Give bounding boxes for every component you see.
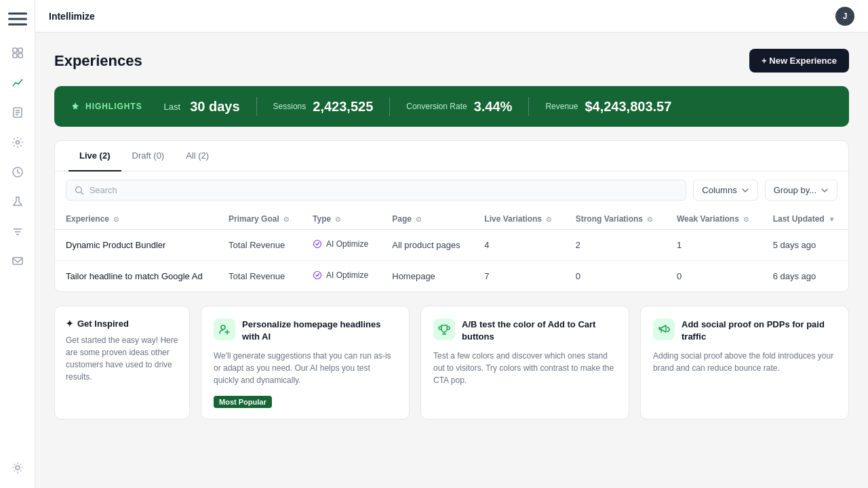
cell-type-0: AI Optimize bbox=[302, 230, 381, 261]
col-primary-goal[interactable]: Primary Goal ⊙ bbox=[218, 209, 302, 230]
card-title-2: Add social proof on PDPs for paid traffi… bbox=[682, 319, 836, 343]
highlights-conversion: Conversion Rate 3.44% bbox=[406, 99, 512, 115]
cell-experience-0: Dynamic Product Bundler bbox=[55, 230, 218, 261]
highlights-period: Last 30 days bbox=[164, 99, 240, 115]
columns-label: Columns bbox=[702, 185, 736, 195]
tab-draft[interactable]: Draft (0) bbox=[121, 141, 176, 171]
svg-line-20 bbox=[81, 192, 83, 194]
highlights-banner: HIGHLIGHTS Last 30 days Sessions 2,423,5… bbox=[54, 86, 849, 127]
svg-point-11 bbox=[16, 141, 19, 144]
inspiration-card-2[interactable]: Add social proof on PDPs for paid traffi… bbox=[640, 306, 849, 420]
col-last-updated[interactable]: Last Updated ▼ bbox=[762, 209, 848, 230]
svg-rect-3 bbox=[13, 48, 17, 52]
col-type[interactable]: Type ⊙ bbox=[302, 209, 381, 230]
chevron-down-icon bbox=[741, 186, 749, 195]
divider-1 bbox=[256, 97, 257, 116]
cell-goal-0: Total Revenue bbox=[218, 230, 302, 261]
sidebar-item-filters[interactable] bbox=[5, 220, 30, 244]
new-experience-button[interactable]: + New Experience bbox=[749, 49, 849, 73]
table-row[interactable]: Dynamic Product Bundler Total Revenue AI… bbox=[55, 230, 848, 261]
cell-live-0: 4 bbox=[473, 230, 564, 261]
personalize-icon bbox=[214, 319, 235, 340]
card-title-1: A/B test the color of Add to Cart button… bbox=[462, 319, 616, 343]
tabs: Live (2) Draft (0) All (2) bbox=[55, 141, 848, 171]
topbar: Intellimize J bbox=[35, 0, 868, 33]
cell-page-1: Homepage bbox=[381, 261, 473, 292]
group-by-button[interactable]: Group by... bbox=[765, 180, 837, 201]
inspired-description: Get started the easy way! Here are some … bbox=[66, 334, 178, 383]
inspiration-card-1[interactable]: A/B test the color of Add to Cart button… bbox=[420, 306, 629, 420]
col-strong-variations[interactable]: Strong Variations ⊙ bbox=[565, 209, 666, 230]
sidebar-item-experiments[interactable] bbox=[5, 190, 30, 214]
sidebar bbox=[0, 0, 35, 488]
highlights-sessions: Sessions 2,423,525 bbox=[273, 99, 374, 115]
svg-point-23 bbox=[221, 325, 225, 329]
cell-strong-1: 0 bbox=[565, 261, 666, 292]
col-live-variations[interactable]: Live Variations ⊙ bbox=[473, 209, 564, 230]
cell-weak-1: 0 bbox=[666, 261, 762, 292]
col-experience[interactable]: Experience ⊙ bbox=[55, 209, 218, 230]
card-desc-1: Test a few colors and discover which one… bbox=[433, 350, 616, 386]
experiences-table-card: Live (2) Draft (0) All (2) Columns Group… bbox=[54, 140, 849, 292]
cell-page-0: All product pages bbox=[381, 230, 473, 261]
sidebar-item-dashboard[interactable] bbox=[5, 41, 30, 65]
table-row[interactable]: Tailor headline to match Google Ad Total… bbox=[55, 261, 848, 292]
main-content: Experiences + New Experience HIGHLIGHTS … bbox=[35, 33, 868, 488]
highlights-revenue: Revenue $4,243,803.57 bbox=[545, 99, 671, 115]
divider-2 bbox=[389, 97, 390, 116]
sidebar-item-reports[interactable] bbox=[5, 100, 30, 125]
cell-weak-0: 1 bbox=[666, 230, 762, 261]
table-controls: Columns Group by... bbox=[55, 171, 848, 209]
experiences-table: Experience ⊙ Primary Goal ⊙ Type ⊙ Page … bbox=[55, 209, 848, 291]
highlights-text: HIGHLIGHTS bbox=[85, 102, 142, 111]
inspiration-card-0[interactable]: Personalize homepage headlines with AI W… bbox=[201, 306, 410, 420]
cell-updated-1: 6 days ago bbox=[762, 261, 848, 292]
columns-button[interactable]: Columns bbox=[693, 180, 757, 201]
inspired-section: ✦ Get Inspired Get started the easy way!… bbox=[54, 306, 849, 420]
col-weak-variations[interactable]: Weak Variations ⊙ bbox=[666, 209, 762, 230]
page-title: Experiences bbox=[54, 52, 142, 70]
app-name: Intellimize bbox=[49, 11, 95, 22]
sessions-label: Sessions bbox=[273, 102, 307, 111]
inspired-intro: ✦ Get Inspired Get started the easy way!… bbox=[54, 306, 190, 420]
ai-optimize-icon bbox=[313, 270, 322, 280]
card-desc-2: Adding social proof above the fold intro… bbox=[653, 350, 836, 374]
most-popular-badge: Most Popular bbox=[214, 393, 397, 408]
menu-button[interactable] bbox=[7, 8, 28, 30]
inspired-title: ✦ Get Inspired bbox=[66, 319, 178, 329]
card-desc-0: We'll generate suggestions that you can … bbox=[214, 350, 397, 386]
revenue-value: $4,243,803.57 bbox=[585, 99, 671, 115]
divider-3 bbox=[528, 97, 529, 116]
sidebar-item-settings[interactable] bbox=[5, 130, 30, 155]
card-header-2: Add social proof on PDPs for paid traffi… bbox=[653, 319, 836, 343]
cell-type-1: AI Optimize bbox=[302, 261, 381, 292]
tab-all[interactable]: All (2) bbox=[175, 141, 220, 171]
svg-point-18 bbox=[16, 466, 20, 470]
search-icon bbox=[75, 186, 84, 195]
conversion-value: 3.44% bbox=[474, 99, 513, 115]
trophy-icon bbox=[433, 319, 455, 340]
svg-rect-4 bbox=[18, 48, 22, 52]
highlights-label: HIGHLIGHTS bbox=[71, 102, 142, 111]
search-input[interactable] bbox=[90, 185, 678, 195]
chevron-down-icon-2 bbox=[821, 186, 829, 195]
svg-rect-5 bbox=[13, 54, 17, 58]
cell-updated-0: 5 days ago bbox=[762, 230, 848, 261]
sidebar-item-analytics[interactable] bbox=[5, 70, 30, 95]
card-title-0: Personalize homepage headlines with AI bbox=[242, 319, 397, 343]
highlights-days: 30 days bbox=[190, 99, 239, 115]
conversion-label: Conversion Rate bbox=[406, 102, 467, 111]
tab-live[interactable]: Live (2) bbox=[68, 141, 121, 171]
search-box[interactable] bbox=[66, 180, 686, 201]
sparkle-icon: ✦ bbox=[66, 319, 73, 329]
user-avatar[interactable]: J bbox=[835, 7, 854, 26]
highlights-last-label: Last bbox=[164, 102, 181, 112]
ai-optimize-icon bbox=[313, 239, 322, 249]
col-page[interactable]: Page ⊙ bbox=[381, 209, 473, 230]
sidebar-item-history[interactable] bbox=[5, 160, 30, 184]
revenue-label: Revenue bbox=[545, 102, 578, 111]
page-header: Experiences + New Experience bbox=[54, 49, 849, 73]
sidebar-item-gear[interactable] bbox=[5, 455, 30, 480]
sidebar-item-messages[interactable] bbox=[5, 249, 30, 274]
megaphone-icon bbox=[653, 319, 675, 340]
